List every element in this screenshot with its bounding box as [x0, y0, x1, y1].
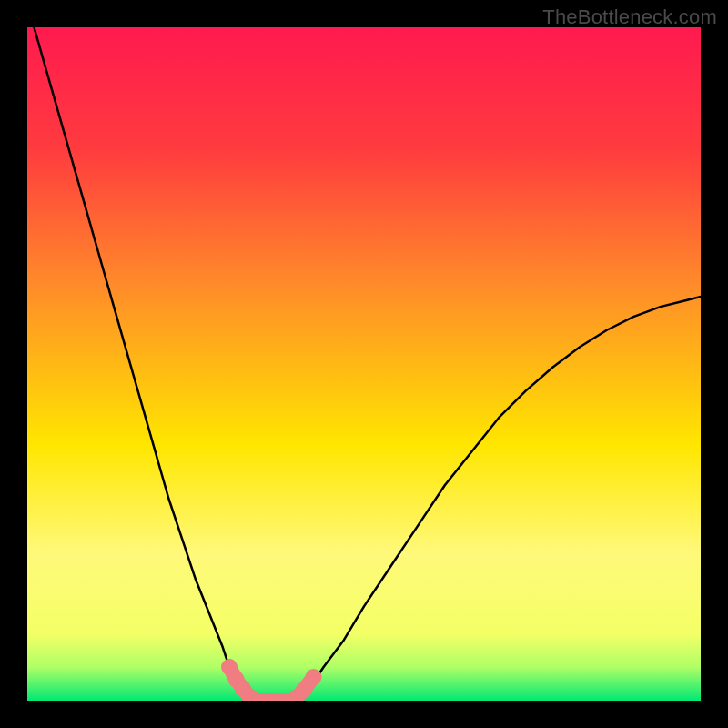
chart-plot — [27, 27, 701, 701]
marker-dot — [306, 669, 322, 685]
chart-stage: TheBottleneck.com — [0, 0, 728, 728]
watermark-text: TheBottleneck.com — [542, 5, 717, 29]
plot-background — [27, 27, 701, 701]
